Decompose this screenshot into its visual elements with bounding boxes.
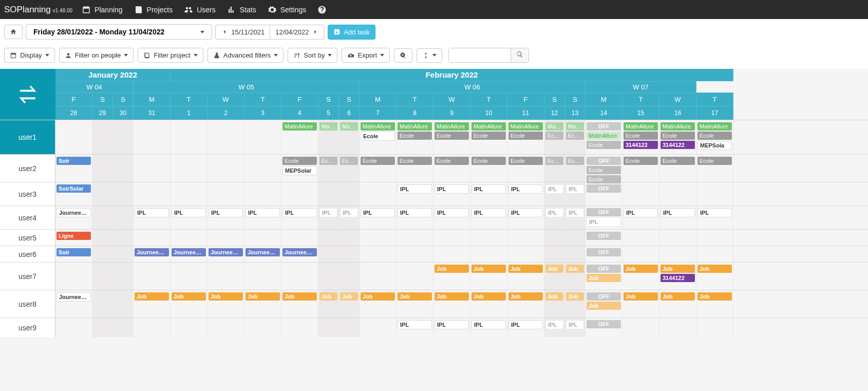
planning-cell[interactable]: OFFEcoleEcole	[586, 155, 622, 182]
planning-cell[interactable]	[113, 263, 134, 290]
planning-cell[interactable]: Ecole	[696, 155, 733, 182]
planning-cell[interactable]	[92, 246, 113, 262]
nav-help[interactable]	[317, 5, 327, 14]
task[interactable]: Ecole	[508, 157, 543, 165]
planning-cell[interactable]: IPL	[659, 206, 696, 229]
task[interactable]: Job	[435, 265, 469, 273]
planning-cell[interactable]	[207, 318, 244, 337]
planning-cell[interactable]	[134, 318, 171, 337]
planning-cell[interactable]	[281, 318, 318, 337]
task[interactable]: Job	[624, 292, 658, 301]
planning-cell[interactable]	[318, 318, 339, 337]
day-header[interactable]: 10	[470, 106, 507, 120]
planning-cell[interactable]	[207, 230, 244, 246]
task[interactable]: Ecole	[566, 132, 584, 140]
day-header[interactable]: 28	[55, 106, 92, 120]
task[interactable]: Ecole	[340, 157, 358, 165]
task[interactable]: IPL	[545, 184, 563, 194]
planning-cell[interactable]	[244, 182, 281, 206]
task[interactable]: MatinAllure	[340, 122, 358, 131]
user-row[interactable]: user4	[0, 206, 55, 229]
task[interactable]: JourneeAllur	[135, 248, 169, 256]
task[interactable]: Job	[587, 302, 621, 310]
planning-cell[interactable]: OFF	[586, 246, 622, 262]
task[interactable]: Ecole	[545, 157, 563, 165]
planning-cell[interactable]	[134, 263, 171, 290]
planning-cell[interactable]	[207, 155, 244, 182]
task[interactable]: IPL	[435, 320, 469, 329]
task[interactable]: IPL	[545, 208, 563, 217]
task[interactable]: 3144122	[624, 141, 658, 149]
planning-cell[interactable]	[544, 230, 565, 246]
day-header[interactable]: 15	[622, 106, 659, 120]
planning-cell[interactable]: OFF	[586, 318, 622, 337]
task[interactable]: MatinAllure	[545, 122, 563, 131]
task[interactable]: IPL	[587, 217, 621, 227]
search-input[interactable]	[449, 48, 511, 62]
planning-cell[interactable]: IPL	[622, 206, 659, 229]
task[interactable]: MEPSolar	[282, 166, 317, 175]
planning-cell[interactable]	[397, 230, 433, 246]
search-button[interactable]	[511, 48, 529, 62]
planning-cell[interactable]: Job	[544, 263, 565, 290]
planning-cell[interactable]	[171, 155, 207, 182]
planning-cell[interactable]: Job	[565, 290, 586, 318]
day-header[interactable]: 13	[565, 106, 586, 120]
day-header[interactable]: 8	[397, 106, 433, 120]
planning-cell[interactable]	[360, 230, 397, 246]
task[interactable]: IPL	[508, 208, 543, 217]
task[interactable]: Ecole	[566, 157, 584, 165]
task[interactable]: IPL	[624, 208, 658, 217]
nav-gear[interactable]: Settings	[268, 5, 307, 14]
task[interactable]: Job	[319, 292, 337, 301]
planning-cell[interactable]	[659, 182, 696, 206]
display-button[interactable]: Display	[4, 48, 55, 63]
task[interactable]: Ecole	[471, 157, 506, 165]
task[interactable]: Job	[697, 265, 732, 273]
task[interactable]: JourneeSolar	[56, 292, 91, 302]
nav-book[interactable]: Projects	[134, 5, 173, 14]
task[interactable]: Job	[624, 265, 658, 273]
nav-users[interactable]: Users	[184, 5, 216, 14]
planning-cell[interactable]: IPL	[171, 206, 207, 229]
planning-cell[interactable]	[244, 120, 281, 154]
task[interactable]: IPL	[435, 184, 469, 194]
planning-cell[interactable]	[696, 230, 733, 246]
task[interactable]: Job	[508, 292, 543, 301]
task[interactable]: Ecole	[361, 132, 395, 141]
planning-cell[interactable]: IPL	[565, 182, 586, 206]
user-row[interactable]: user8	[0, 290, 55, 318]
task[interactable]: MatinAllure	[435, 122, 469, 131]
task[interactable]: IPL	[398, 208, 432, 217]
task[interactable]: Job	[566, 292, 584, 301]
planning-cell[interactable]	[397, 246, 433, 262]
day-header[interactable]: 4	[281, 106, 318, 120]
planning-cell[interactable]: IPL	[244, 206, 281, 229]
task[interactable]: IPL	[471, 320, 506, 329]
task[interactable]: Ecole	[697, 132, 732, 140]
planning-cell[interactable]: Job	[544, 290, 565, 318]
task[interactable]: OFF	[587, 122, 621, 131]
planning-cell[interactable]: Job	[622, 290, 659, 318]
task[interactable]: IPL	[545, 320, 563, 329]
planning-cell[interactable]: Job	[397, 290, 433, 318]
planning-cell[interactable]	[318, 230, 339, 246]
planning-cell[interactable]: MatinAllureEcole	[470, 120, 507, 154]
planning-cell[interactable]: MatinAllureEcole	[397, 120, 433, 154]
task[interactable]: Ecole	[435, 157, 469, 165]
task[interactable]: Ecole	[697, 157, 732, 165]
task[interactable]: MatinAllure	[624, 122, 658, 131]
task[interactable]: IPL	[566, 208, 584, 217]
task[interactable]: MatinAllure	[661, 122, 695, 131]
task[interactable]: IPL	[246, 208, 280, 217]
task[interactable]: JourneeAllur	[172, 248, 206, 256]
task[interactable]: IPL	[471, 208, 506, 217]
planning-cell[interactable]: MatinAllureEcole	[507, 120, 544, 154]
task[interactable]: Job	[661, 292, 695, 301]
day-header[interactable]: 30	[113, 106, 134, 120]
planning-cell[interactable]: IPL	[470, 318, 507, 337]
planning-cell[interactable]	[92, 155, 113, 182]
task[interactable]: Job	[545, 265, 563, 273]
day-header[interactable]: 17	[696, 106, 733, 120]
task[interactable]: Ecole	[471, 132, 506, 140]
